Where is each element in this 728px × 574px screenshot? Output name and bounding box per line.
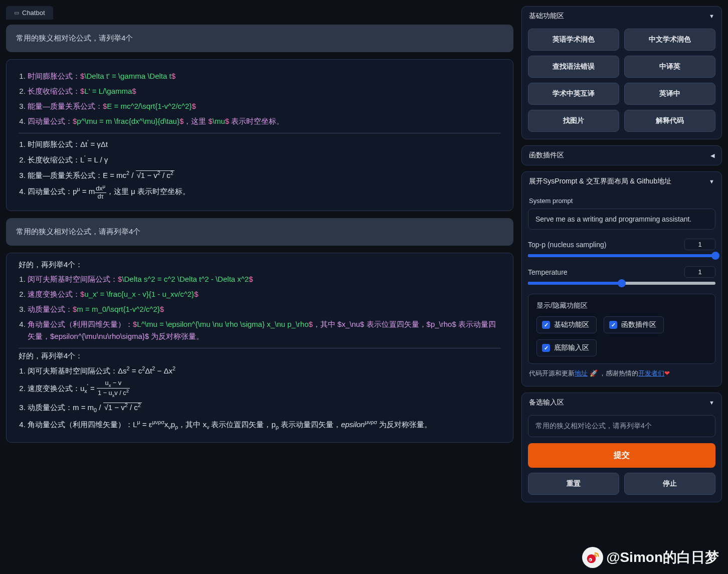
bot-raw-list: 时间膨胀公式：$\Delta t' = \gamma \Delta t$ 长度收… (28, 69, 501, 129)
fn-find-image[interactable]: 找图片 (528, 110, 619, 132)
devs-link[interactable]: 开发者们 (638, 369, 664, 377)
panel-basic-header[interactable]: 基础功能区 ▼ (522, 7, 721, 26)
chevron-down-icon: ▼ (709, 13, 714, 19)
toggle-plugin[interactable]: ✓ 函数插件区 (604, 316, 664, 333)
system-prompt-label: System prompt (529, 197, 714, 205)
stop-button[interactable]: 停止 (624, 473, 715, 495)
chat-area: 常用的狭义相对论公式，请列举4个 时间膨胀公式：$\Delta t' = \ga… (6, 25, 513, 568)
temperature-value[interactable]: 1 (684, 266, 715, 278)
fn-chinese-polish[interactable]: 中文学术润色 (624, 29, 715, 51)
user-message: 常用的狭义相对论公式，请再列举4个 (6, 218, 513, 246)
checkbox-checked-icon: ✓ (609, 321, 617, 329)
reset-button[interactable]: 重置 (528, 473, 619, 495)
temperature-label: Temperature (528, 268, 568, 276)
credit-line: 代码开源和更新地址 🚀 ，感谢热情的开发者们❤ (528, 364, 715, 379)
submit-button[interactable]: 提交 (528, 443, 715, 468)
fn-en-to-zh[interactable]: 英译中 (624, 83, 715, 105)
topp-slider[interactable] (528, 254, 715, 257)
visibility-toggle-group: 显示/隐藏功能区 ✓ 基础功能区 ✓ 函数插件区 ✓ 底部输入区 (528, 294, 715, 364)
fn-explain-code[interactable]: 解释代码 (624, 110, 715, 132)
panel-plugin-header[interactable]: 函数插件区 ◀ (522, 146, 721, 165)
panel-alt-input-header[interactable]: 备选输入区 ▼ (522, 393, 721, 412)
toggle-basic[interactable]: ✓ 基础功能区 (536, 316, 597, 333)
fn-zh-to-en[interactable]: 中译英 (624, 56, 715, 78)
panel-plugin: 函数插件区 ◀ (521, 145, 722, 165)
alt-input-field[interactable]: 常用的狭义相对论公式，请再列举4个 (528, 415, 715, 437)
toggle-bottom-input[interactable]: ✓ 底部输入区 (536, 339, 597, 356)
fn-grammar-check[interactable]: 查找语法错误 (528, 56, 619, 78)
user-message: 常用的狭义相对论公式，请列举4个 (6, 25, 513, 52)
topp-label: Top-p (nucleus sampling) (528, 241, 606, 249)
user-message-text: 常用的狭义相对论公式，请列举4个 (16, 34, 133, 42)
bot-message: 好的，再列举4个： 闵可夫斯基时空间隔公式：$\Delta s^2 = c^2 … (6, 253, 513, 443)
chat-icon: ▭ (14, 10, 19, 16)
system-prompt-input[interactable]: Serve me as a writing and programming as… (528, 209, 715, 230)
bot-rendered-list: 闵可夫斯基时空间隔公式：Δs2 = c2Δt2 − Δx2 速度变换公式：ux'… (28, 363, 501, 433)
bot-message: 时间膨胀公式：$\Delta t' = \gamma \Delta t$ 长度收… (6, 59, 513, 211)
panel-expand-header[interactable]: 展开SysPrompt & 交互界面布局 & Github地址 ▼ (522, 172, 721, 191)
user-message-text: 常用的狭义相对论公式，请再列举4个 (16, 227, 140, 236)
chevron-down-icon: ▼ (709, 400, 714, 406)
rocket-icon: 🚀 (590, 369, 598, 377)
heart-icon: ❤ (664, 369, 670, 377)
fn-academic-translate[interactable]: 学术中英互译 (528, 83, 619, 105)
chevron-down-icon: ▼ (709, 178, 714, 184)
topp-value[interactable]: 1 (684, 239, 715, 250)
panel-basic-functions: 基础功能区 ▼ 英语学术润色 中文学术润色 查找语法错误 中译英 学术中英互译 … (521, 6, 722, 139)
bot-rendered-list: 时间膨胀公式：Δt' = γΔt 长度收缩公式：L' = L / γ 能量—质量… (28, 136, 501, 202)
checkbox-checked-icon: ✓ (542, 321, 550, 329)
temperature-slider[interactable] (528, 282, 715, 285)
source-link[interactable]: 地址 (575, 369, 588, 377)
panel-alt-input: 备选输入区 ▼ 常用的狭义相对论公式，请再列举4个 提交 重置 停止 (521, 393, 722, 502)
panel-expand-settings: 展开SysPrompt & 交互界面布局 & Github地址 ▼ System… (521, 171, 722, 387)
fn-english-polish[interactable]: 英语学术润色 (528, 29, 619, 51)
chevron-left-icon: ◀ (710, 152, 714, 159)
checkbox-checked-icon: ✓ (542, 344, 550, 352)
tab-chatbot[interactable]: ▭ Chatbot (6, 6, 53, 20)
bot-raw-list: 闵可夫斯基时空间隔公式：$\Delta s^2 = c^2 \Delta t^2… (28, 272, 501, 344)
tab-label: Chatbot (22, 9, 45, 17)
